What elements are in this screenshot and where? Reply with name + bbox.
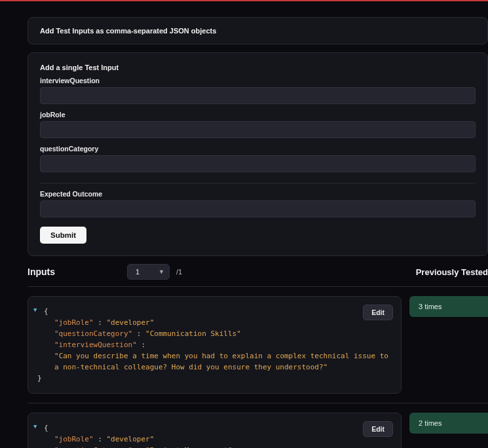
add-multi-inputs-title: Add Test Inputs as comma-separated JSON … [40,27,476,35]
row-divider [28,403,488,403]
job-role-label: jobRole [40,111,476,119]
times-tested-badge: 2 times [409,413,488,434]
pagination-group: 1 ▼ /1 [127,264,182,280]
add-single-input-panel: Add a single Test Input interviewQuestio… [28,52,488,256]
add-single-input-title: Add a single Test Input [40,64,476,71]
input-card: ▼ Edit { "jobRole" : "developer" "questi… [28,413,402,448]
interview-question-label: interviewQuestion [40,77,476,84]
page-total: /1 [176,268,182,276]
page-select[interactable]: 1 [127,264,170,280]
json-value: "Can you describe a time when you had to… [44,350,392,373]
job-role-input[interactable] [40,121,476,138]
expected-outcome-label: Expected Outcome [40,190,476,198]
input-row: ▼ Edit { "jobRole" : "developer" "questi… [28,413,488,448]
json-key: "jobRole" [54,435,94,443]
expand-caret-icon[interactable]: ▼ [33,422,37,432]
json-value: "developer" [106,435,154,443]
edit-button[interactable]: Edit [363,421,393,437]
inputs-header: Inputs 1 ▼ /1 Previously Tested [28,264,488,280]
add-multi-inputs-panel: Add Test Inputs as comma-separated JSON … [28,17,488,45]
json-value: "developer" [106,318,154,327]
main-content: Add Test Inputs as comma-separated JSON … [0,1,488,448]
question-category-input[interactable] [40,155,476,172]
section-divider [28,286,488,287]
form-divider [40,183,476,183]
json-open-brace: { [44,307,48,316]
json-close-brace: } [37,374,42,383]
interview-question-input[interactable] [40,87,476,104]
previously-tested-title: Previously Tested [416,267,488,277]
json-open-brace: { [44,424,48,432]
expand-caret-icon[interactable]: ▼ [33,306,37,315]
json-key: "jobRole" [54,318,94,327]
times-tested-badge: 3 times [409,296,488,317]
json-value: "Communication Skills" [145,329,241,338]
input-card: ▼ Edit { "jobRole" : "developer" "questi… [28,296,402,394]
submit-button[interactable]: Submit [40,227,86,244]
question-category-label: questionCategory [40,145,476,153]
json-key: "questionCategory" [54,329,132,338]
inputs-title: Inputs [28,267,55,277]
json-key: "interviewQuestion" [54,341,137,349]
edit-button[interactable]: Edit [363,305,393,320]
input-row: ▼ Edit { "jobRole" : "developer" "questi… [28,296,488,394]
expected-outcome-input[interactable] [40,200,476,217]
